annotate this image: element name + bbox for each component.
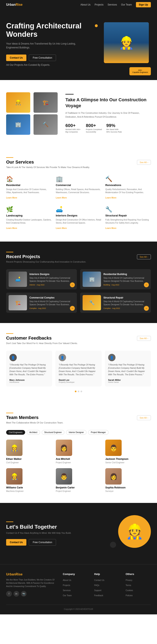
cta-buttons: Contact Us Free Consultation xyxy=(6,539,71,546)
team-card-5: 👩 Sophia Robinson Surveyor xyxy=(105,468,151,493)
nav-signup-button[interactable]: Sign Up xyxy=(136,2,151,7)
team-photo-4: 👨 xyxy=(56,468,72,484)
team-subtitle: Meet The Collaborative Minds Of Our Cons… xyxy=(6,422,151,424)
nav-logo: UrbanRise xyxy=(6,3,23,6)
nav-link-team[interactable]: Our Team xyxy=(121,3,132,6)
services-see-all-button[interactable]: See All › xyxy=(137,160,151,165)
dot-1[interactable] xyxy=(75,390,76,392)
feedback-name-0: Mary Johnson xyxy=(10,379,49,381)
team-role-3: Machines Engineer xyxy=(6,490,24,492)
footer-link-cookies[interactable]: Cookies xyxy=(125,589,133,592)
service-card-renovations: 🔨 Renovations Quality Refurbishment, Ren… xyxy=(105,174,151,201)
cta-contact-button[interactable]: Contact Us xyxy=(6,539,26,546)
glimpse-section: 👷 🏗️ 🏢 🔨 Take A Glimpse Into Our Constru… xyxy=(0,80,157,147)
footer-help-links: Contact Us FAQs Support Feedback xyxy=(94,578,120,597)
footer-link-privacy[interactable]: Privacy xyxy=(125,579,132,581)
stats-row: 600+ Worked With 300+ Big Companies 800+… xyxy=(65,123,151,133)
instagram-icon[interactable]: 📷 xyxy=(21,591,27,597)
project-arrow-3[interactable]: → xyxy=(144,306,149,311)
nav-link-services[interactable]: Services xyxy=(107,3,117,6)
nav-link-projects[interactable]: Projects xyxy=(95,3,103,6)
team-role-1: Project Engineer xyxy=(56,462,71,464)
feedback-role-1: Property Developer xyxy=(59,381,98,383)
service-link-0[interactable]: Learn More xyxy=(6,197,17,199)
hero-contact-button[interactable]: Contact Us xyxy=(6,54,26,61)
team-role-0: Civil Engineer xyxy=(6,462,19,464)
project-info-0: Interiors Designs Step Into A World Of C… xyxy=(30,273,74,286)
footer-link-support[interactable]: Support xyxy=(94,589,101,592)
glimpse-img-4: 🔨 xyxy=(34,114,58,135)
nav-link-about[interactable]: About Us xyxy=(80,3,90,6)
project-info-3: Structural Repair Step Into A World Of C… xyxy=(103,296,148,309)
service-link-1[interactable]: Learn More xyxy=(56,197,67,199)
footer-link-about[interactable]: About Us xyxy=(63,579,71,581)
footer-brand: UrbanRise We Are More Than Just Builders… xyxy=(6,572,57,598)
footer-link-feedback[interactable]: Feedback xyxy=(94,594,103,597)
service-desc-2: Quality Refurbishment, Renovation, And M… xyxy=(105,188,151,194)
services-subtitle: Take A Look At The Variety Of Services W… xyxy=(6,166,151,168)
project-meta-1: Building · Aug 2022 xyxy=(103,284,148,286)
team-card-3: 👷 Williams Carie Machines Engineer xyxy=(6,468,52,493)
projects-grid: 🛋️ Interiors Designs Step Into A World O… xyxy=(6,269,151,313)
linkedin-icon[interactable]: in xyxy=(14,591,19,597)
services-grid: 🏠 Residential Design And Construction Of… xyxy=(6,174,151,231)
footer-link-faqs[interactable]: FAQs xyxy=(94,584,99,586)
hero-image-area: 👷 200+ Capable Engineers xyxy=(90,22,151,71)
service-link-5[interactable]: Learn More xyxy=(105,227,116,229)
team-section: Team Members See All › Meet The Collabor… xyxy=(0,402,157,503)
footer-link-team[interactable]: Our Team xyxy=(63,594,72,597)
service-desc-5: Fully Strengthening And Repairing Your E… xyxy=(105,218,151,224)
filter-civil-engineers[interactable]: Civil Engineers xyxy=(6,430,25,435)
footer-link-policies[interactable]: Policies xyxy=(125,594,132,597)
footer-link-contact[interactable]: Contact Us xyxy=(94,579,104,581)
filter-structural-engineer[interactable]: Structural Engineer xyxy=(42,430,65,435)
services-section: Our Services See All › Take A Look At Th… xyxy=(0,147,157,242)
project-desc-0: Step Into A World Of Captivating Commerc… xyxy=(30,276,74,282)
project-date-3: · Aug 2022 xyxy=(111,307,120,309)
feedback-card-1: 👤 "I Recently Had The Privilege Of Havin… xyxy=(55,350,101,386)
feedback-avatar-2: 👤 xyxy=(108,354,115,361)
project-info-1: Residential Building Step Into A World O… xyxy=(103,273,148,286)
cta-section: Let's Build Together Contact Us If You H… xyxy=(0,503,157,564)
project-card-0: 🛋️ Interiors Designs Step Into A World O… xyxy=(6,269,77,289)
team-see-all-button[interactable]: See All › xyxy=(137,415,151,420)
glimpse-content: Take A Glimpse Into Our Construction Voy… xyxy=(65,94,151,133)
project-arrow-0[interactable]: → xyxy=(70,282,75,287)
dot-2[interactable] xyxy=(78,390,79,392)
footer-link-terms[interactable]: Terms xyxy=(125,584,131,586)
filter-project-manager[interactable]: Project Manager xyxy=(88,430,108,435)
service-card-commercial: 🏢 Commercial Building Offices, Retail Sp… xyxy=(56,174,101,201)
project-title-3: Structural Repair xyxy=(103,296,148,299)
team-card-4: 👨 Benjamin Carter Project Engineer xyxy=(56,468,101,493)
team-name-4: Benjamin Carter xyxy=(56,486,101,489)
service-title-1: Commercial xyxy=(56,184,101,187)
hero-consultation-button[interactable]: Free Consultation xyxy=(29,54,56,61)
project-category-0: Interior xyxy=(30,284,35,286)
filter-interior-designer[interactable]: Interior Designer xyxy=(66,430,86,435)
facebook-icon[interactable]: f xyxy=(6,591,12,597)
footer-help-title: Help xyxy=(94,572,120,576)
project-arrow-2[interactable]: → xyxy=(70,306,75,311)
projects-header: Recent Projects See All › xyxy=(6,254,151,259)
cta-large-circle: 👷 xyxy=(118,515,151,548)
stat-1: 600+ Worked With 300+ Big Companies xyxy=(65,123,82,133)
carousel-dots xyxy=(6,390,151,392)
project-thumb-3: 🔧 xyxy=(83,295,101,310)
projects-see-all-button[interactable]: See All › xyxy=(137,254,151,259)
footer-link-services[interactable]: Services xyxy=(63,589,71,592)
team-name-1: Ava Mitchell xyxy=(56,458,101,460)
feedbacks-see-all-button[interactable]: See All › xyxy=(137,336,151,341)
cta-consultation-button[interactable]: Free Consultation xyxy=(29,539,56,546)
team-name-5: Sophia Robinson xyxy=(105,486,151,489)
project-arrow-1[interactable]: → xyxy=(144,282,149,287)
service-link-4[interactable]: Learn More xyxy=(56,227,67,229)
team-title: Team Members xyxy=(6,415,39,420)
dot-3[interactable] xyxy=(81,390,82,392)
project-thumb-0: 🛋️ xyxy=(9,272,27,287)
navbar: UrbanRise About Us Projects Services Our… xyxy=(0,0,157,10)
footer-link-projects[interactable]: Projects xyxy=(63,584,70,586)
service-link-3[interactable]: Learn More xyxy=(6,227,17,229)
glimpse-img-1: 👷 xyxy=(6,92,30,113)
service-link-2[interactable]: Learn More xyxy=(105,197,116,199)
filter-architect[interactable]: Architect xyxy=(27,430,40,435)
